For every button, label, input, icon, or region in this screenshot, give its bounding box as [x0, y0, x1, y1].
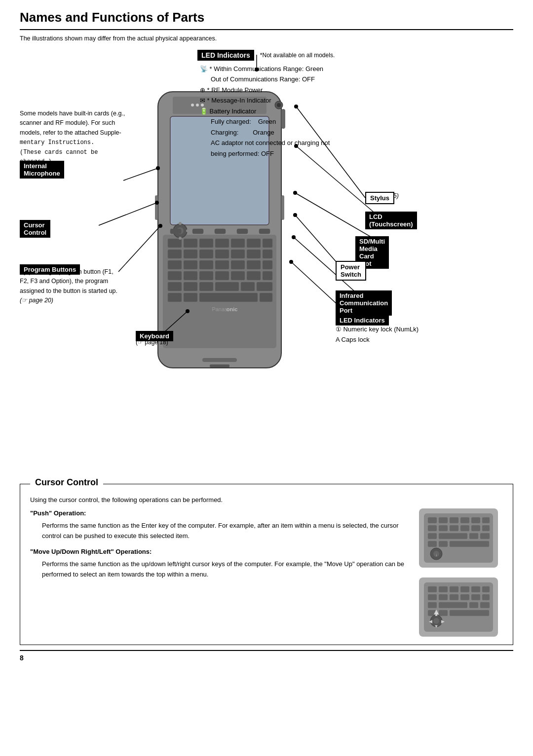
svg-rect-119	[471, 586, 480, 592]
svg-rect-120	[482, 586, 490, 592]
svg-rect-20	[168, 250, 182, 258]
cursor-push-image: ↓	[419, 508, 498, 568]
svg-rect-40	[263, 271, 272, 280]
lcd-label: LCD (Touchscreen) (☞ page 15)	[365, 212, 398, 226]
diagram-section: Panas onic	[20, 50, 513, 479]
svg-rect-35	[184, 271, 197, 280]
svg-rect-104	[469, 533, 478, 539]
svg-rect-103	[439, 533, 467, 539]
svg-line-80	[123, 168, 158, 180]
left-text-block: Some models have built-in cards (e.g., s…	[20, 109, 133, 167]
svg-rect-99	[460, 525, 469, 531]
svg-rect-100	[471, 525, 480, 531]
svg-point-55	[171, 229, 174, 232]
svg-rect-14	[184, 239, 197, 248]
svg-text:Panas: Panas	[212, 306, 228, 312]
svg-rect-24	[231, 250, 245, 258]
led-item-rf: ⊕ * RF Module Power	[200, 85, 484, 95]
led-item-antenna: 📡 * Within Communications Range: Green O…	[200, 64, 484, 85]
svg-rect-41	[168, 282, 182, 291]
svg-line-74	[295, 215, 341, 267]
svg-point-87	[186, 309, 190, 313]
infrared-box: Infrared Communication Port	[336, 290, 392, 316]
internal-microphone-box: Internal Microphone	[20, 161, 64, 179]
svg-rect-115	[428, 586, 437, 592]
svg-rect-26	[263, 250, 272, 258]
svg-rect-48	[184, 293, 197, 302]
svg-rect-18	[247, 239, 261, 248]
led-item-battery: 🔋 Battery Indicator Fully charged: Green…	[200, 106, 484, 159]
svg-rect-61	[259, 229, 270, 234]
svg-rect-116	[439, 586, 448, 592]
move-op-title: "Move Up/Down Right/Left" Operations:	[30, 547, 409, 557]
svg-point-83	[155, 201, 159, 205]
subtitle: The illustrations shown may differ from …	[20, 35, 513, 42]
svg-rect-121	[428, 594, 437, 600]
svg-rect-102	[428, 533, 437, 539]
svg-rect-64	[202, 358, 237, 362]
push-op-desc: Performs the same function as the Enter …	[30, 521, 409, 541]
led-caps-item: A Caps lock	[336, 335, 419, 345]
svg-rect-31	[231, 260, 245, 269]
svg-rect-93	[460, 517, 469, 523]
led-item-msg: ✉ * Message-In Indicator	[200, 95, 484, 106]
lcd-box: LCD (Touchscreen)	[365, 212, 417, 229]
svg-point-53	[179, 222, 182, 225]
svg-rect-23	[215, 250, 229, 258]
svg-rect-45	[241, 282, 255, 291]
svg-rect-15	[199, 239, 213, 248]
svg-rect-46	[257, 282, 272, 291]
push-op-title: "Push" Operation:	[30, 508, 409, 519]
svg-rect-33	[263, 260, 272, 269]
led-note: *Not available on all models.	[260, 52, 335, 59]
keyboard-box: Keyboard	[136, 331, 173, 341]
svg-rect-128	[439, 602, 467, 608]
svg-text:◀: ◀	[429, 619, 432, 624]
cursor-control-box: Cursor Control	[20, 220, 50, 238]
svg-rect-125	[471, 594, 480, 600]
svg-rect-118	[460, 586, 469, 592]
svg-rect-10	[281, 195, 284, 220]
svg-point-54	[179, 237, 182, 240]
move-op-desc: Performs the same function as the up/dow…	[30, 559, 409, 580]
svg-text:↓: ↓	[435, 553, 437, 557]
svg-rect-11	[155, 195, 158, 220]
stylus-label: Stylus (☞ page 15)	[365, 192, 399, 199]
svg-rect-97	[439, 525, 448, 531]
infrared-label: Infrared Communication Port (☞ page 25)	[336, 290, 368, 305]
svg-text:▼: ▼	[434, 624, 439, 629]
svg-rect-123	[450, 594, 458, 600]
svg-rect-106	[428, 541, 437, 547]
cursor-control-label: Cursor Control (☞ below)	[20, 220, 46, 235]
svg-text:▶: ▶	[441, 619, 445, 624]
svg-rect-107	[439, 541, 448, 547]
svg-rect-133	[450, 610, 489, 616]
keyboard-label: Keyboard (☞ page 18)	[136, 331, 168, 346]
svg-point-52	[177, 227, 184, 234]
svg-rect-39	[247, 271, 261, 280]
svg-rect-21	[184, 250, 197, 258]
svg-point-135	[433, 618, 439, 624]
sd-slot-label: SD/Multi Media Card Slot (☞ page 22)	[355, 236, 388, 251]
svg-point-79	[289, 260, 293, 264]
power-switch-label: Power Switch ⏻	[336, 261, 343, 269]
cursor-section-title: Cursor Control	[30, 477, 103, 488]
svg-rect-65	[210, 364, 229, 367]
led-title: LED Indicators	[197, 50, 254, 61]
svg-rect-58	[192, 229, 203, 234]
led-indicators-section: LED Indicators *Not available on all mod…	[197, 50, 484, 159]
svg-rect-29	[199, 260, 213, 269]
svg-rect-117	[450, 586, 458, 592]
svg-rect-90	[428, 517, 437, 523]
svg-rect-127	[428, 602, 437, 608]
page-number: 8	[20, 650, 513, 662]
svg-point-56	[186, 229, 189, 232]
svg-rect-59	[215, 229, 226, 234]
cursor-content: "Push" Operation: Performs the same func…	[30, 508, 503, 637]
cursor-images: ↓	[419, 508, 503, 637]
svg-line-84	[118, 226, 160, 272]
left-text-content: Some models have built-in cards (e.g., s…	[20, 109, 133, 167]
svg-rect-108	[450, 541, 489, 547]
svg-rect-92	[450, 517, 458, 523]
svg-rect-16	[215, 239, 229, 248]
